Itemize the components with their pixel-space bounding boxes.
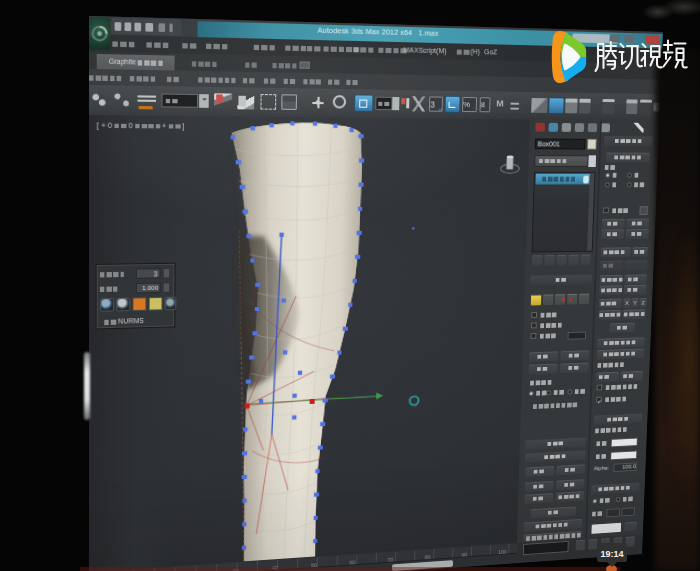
svg-text:19:14: 19:14 [600, 549, 623, 559]
